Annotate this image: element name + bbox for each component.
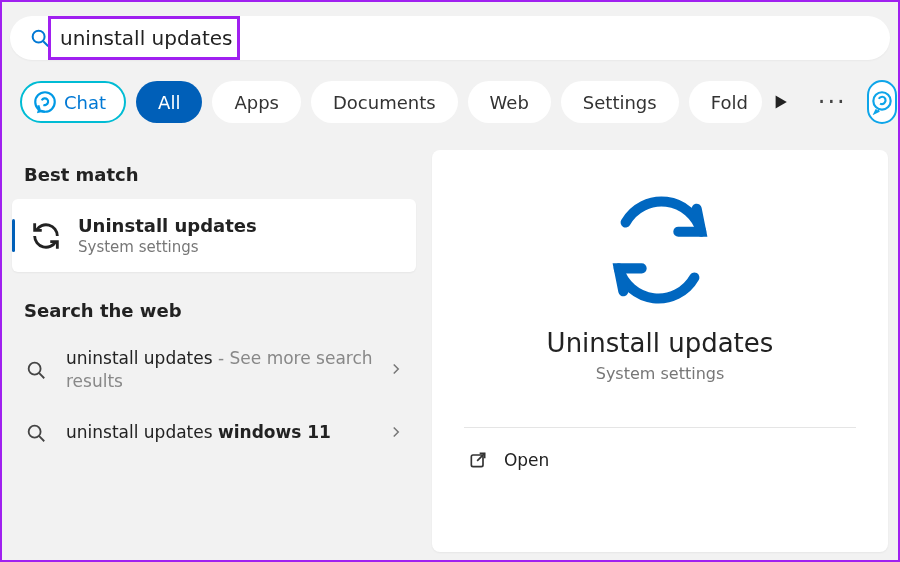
best-match-subtitle: System settings (78, 238, 257, 256)
svg-line-5 (39, 373, 44, 378)
tabs-overflow-menu[interactable]: ··· (808, 88, 857, 116)
tab-settings[interactable]: Settings (561, 81, 679, 123)
svg-point-4 (29, 363, 41, 375)
best-match-result[interactable]: Uninstall updates System settings (12, 199, 416, 272)
chevron-right-icon (390, 423, 406, 442)
tab-apps[interactable]: Apps (212, 81, 301, 123)
search-icon (20, 417, 52, 449)
detail-pane: Uninstall updates System settings Open (432, 150, 888, 552)
bing-chat-icon[interactable] (867, 80, 897, 124)
best-match-header: Best match (10, 150, 418, 199)
detail-title: Uninstall updates (547, 328, 774, 358)
search-icon (20, 354, 52, 386)
chevron-right-icon (390, 360, 406, 379)
results-pane: Best match Uninstall updates System sett… (10, 150, 418, 552)
search-input[interactable] (60, 26, 872, 50)
sync-icon (28, 218, 64, 254)
svg-point-3 (873, 92, 890, 109)
svg-point-6 (29, 426, 41, 438)
best-match-text: Uninstall updates System settings (78, 215, 257, 256)
web-result-text: uninstall updates windows 11 (66, 421, 376, 444)
search-icon (28, 26, 52, 50)
search-bar[interactable] (10, 16, 890, 60)
chat-button[interactable]: Chat (20, 81, 126, 123)
svg-line-1 (43, 41, 48, 46)
tab-folders-truncated[interactable]: Fold (689, 81, 762, 123)
open-label: Open (504, 450, 549, 470)
web-result-0[interactable]: uninstall updates - See more search resu… (10, 335, 418, 405)
chat-label: Chat (64, 92, 106, 113)
tab-all[interactable]: All (136, 81, 202, 123)
open-action[interactable]: Open (464, 428, 856, 492)
tab-documents[interactable]: Documents (311, 81, 458, 123)
filter-tabs: Chat All Apps Documents Web Settings Fol… (20, 78, 884, 126)
web-result-text: uninstall updates - See more search resu… (66, 347, 376, 393)
tab-web[interactable]: Web (468, 81, 551, 123)
svg-point-0 (33, 31, 45, 43)
search-web-header: Search the web (10, 286, 418, 335)
best-match-title: Uninstall updates (78, 215, 257, 236)
detail-subtitle: System settings (596, 364, 725, 383)
svg-line-7 (39, 436, 44, 441)
tabs-scroll-right[interactable] (774, 87, 790, 117)
web-result-1[interactable]: uninstall updates windows 11 (10, 405, 418, 461)
sync-icon-large (590, 190, 730, 310)
